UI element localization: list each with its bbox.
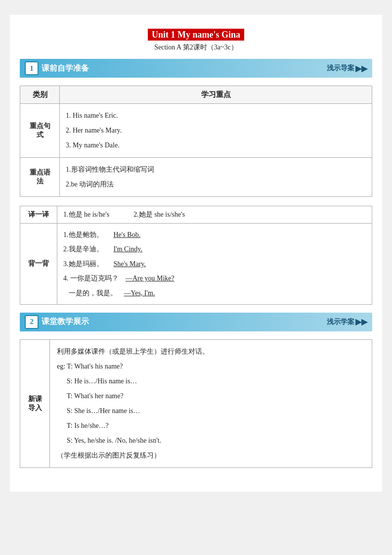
main-title-container: Unit 1 My name's Gina xyxy=(20,30,372,40)
main-title: Unit 1 My name's Gina xyxy=(148,29,244,41)
section1-arrow: ▶▶ xyxy=(355,64,367,73)
sub-title: Section A 第2课时（3a~3c） xyxy=(20,43,372,52)
section1-left: 1 课前自学准备 xyxy=(25,61,89,75)
section2-right-label: 浅示学案 xyxy=(327,318,354,326)
bei-item3: 3.她是玛丽。 She's Mary. xyxy=(63,257,366,271)
bei-item4: 4. 一你是迈克吗？ —Are you Mike? xyxy=(63,271,366,285)
sentence2: 2. Her name's Mary. xyxy=(66,124,366,138)
table2: 译一译 1.他是 he is/he's 2.她是 she is/she's 背一… xyxy=(20,206,372,305)
bei-item1: 1.他是鲍勃。 He's Bob. xyxy=(63,228,366,242)
sentence1: 1. His name's Eric. xyxy=(66,109,366,123)
table-row: 重点句式 1. His name's Eric. 2. Her name's M… xyxy=(20,104,372,158)
table2-label-yi: 译一译 xyxy=(20,206,57,224)
table1-row1-label: 重点句式 xyxy=(20,104,60,158)
bei-item2: 2.我是辛迪。 I'm Cindy. xyxy=(63,242,366,256)
table1-header-col1: 类别 xyxy=(20,86,60,104)
xk-s3: S: Yes, he/she is. /No, he/she isn't. xyxy=(57,434,365,448)
table1-header-col2: 学习重点 xyxy=(60,86,372,104)
table-row: 译一译 1.他是 he is/he's 2.她是 she is/she's xyxy=(20,206,372,224)
bei-english2: I'm Cindy. xyxy=(114,245,142,253)
translate-right: 2.她是 she is/she's xyxy=(133,211,185,218)
bei-english1: He's Bob. xyxy=(114,231,141,238)
xk-note: （学生根据出示的图片反复练习） xyxy=(57,449,365,462)
table2-bei-content: 1.他是鲍勃。 He's Bob. 2.我是辛迪。 I'm Cindy. 3.她… xyxy=(57,224,372,305)
xk-s1: S: He is…/His name is… xyxy=(57,374,365,388)
table3-content: 利用多媒体课件（或是班上学生）进行师生对话。 eg: T: What's his… xyxy=(50,339,372,467)
table-row: 背一背 1.他是鲍勃。 He's Bob. 2.我是辛迪。 I'm Cindy.… xyxy=(20,224,372,305)
section1-badge: 1 xyxy=(25,61,39,75)
table1: 类别 学习重点 重点句式 1. His name's Eric. 2. Her … xyxy=(20,86,372,197)
bei-english3: She's Mary. xyxy=(114,260,146,268)
table3: 新课导入 利用多媒体课件（或是班上学生）进行师生对话。 eg: T: What'… xyxy=(20,339,372,468)
translate-left: 1.他是 he is/he's xyxy=(63,211,109,218)
table-row: 重点语法 1.形容词性物主代词和缩写词 2.be 动词的用法 xyxy=(20,158,372,197)
bei-chinese1: 1.他是鲍勃。 xyxy=(63,231,103,238)
section1-title: 课前自学准备 xyxy=(42,63,89,74)
bei-chinese3: 3.她是玛丽。 xyxy=(63,260,103,268)
xk-s2: S: She is…/Her name is… xyxy=(57,404,365,418)
section2-right: 浅示学案 ▶▶ xyxy=(327,317,367,326)
table1-row2-content: 1.形容词性物主代词和缩写词 2.be 动词的用法 xyxy=(60,158,372,197)
table1-row2-label: 重点语法 xyxy=(20,158,60,197)
table1-row1-content: 1. His name's Eric. 2. Her name's Mary. … xyxy=(60,104,372,158)
section2-left: 2 课堂教学展示 xyxy=(25,315,89,329)
bei-chinese4: 4. 一你是迈克吗？ xyxy=(63,275,119,282)
bei-item5: 一是的，我是。 —Yes, I'm. xyxy=(63,286,366,300)
section1-header: 1 课前自学准备 浅示导案 ▶▶ xyxy=(20,59,372,78)
grammar1: 1.形容词性物主代词和缩写词 xyxy=(66,163,366,177)
section2-arrow: ▶▶ xyxy=(355,317,367,326)
bei-english5: —Yes, I'm. xyxy=(124,289,155,297)
xk-intro: 利用多媒体课件（或是班上学生）进行师生对话。 xyxy=(57,345,365,359)
xk-eg: eg: T: What's his name? xyxy=(57,360,365,373)
grammar2: 2.be 动词的用法 xyxy=(66,178,366,191)
bei-english4: —Are you Mike? xyxy=(126,275,174,282)
xk-t2: T: What's her name? xyxy=(57,389,365,403)
table2-label-bei: 背一背 xyxy=(20,224,57,305)
section2-header: 2 课堂教学展示 浅示学案 ▶▶ xyxy=(20,313,372,331)
bei-chinese5: 一是的，我是。 xyxy=(63,289,117,297)
table3-label: 新课导入 xyxy=(20,339,50,467)
sentence3: 3. My name's Dale. xyxy=(66,139,366,152)
section1-right-label: 浅示导案 xyxy=(327,64,354,73)
section1-right: 浅示导案 ▶▶ xyxy=(327,64,367,73)
table2-yi-content: 1.他是 he is/he's 2.她是 she is/she's xyxy=(57,206,372,224)
table-row: 新课导入 利用多媒体课件（或是班上学生）进行师生对话。 eg: T: What'… xyxy=(20,339,372,467)
bei-chinese2: 2.我是辛迪。 xyxy=(63,245,103,253)
section2-title: 课堂教学展示 xyxy=(42,317,89,327)
xk-t3: T: Is he/she…? xyxy=(57,419,365,433)
page: Unit 1 My name's Gina Section A 第2课时（3a~… xyxy=(10,15,382,492)
section2-badge: 2 xyxy=(25,315,39,329)
